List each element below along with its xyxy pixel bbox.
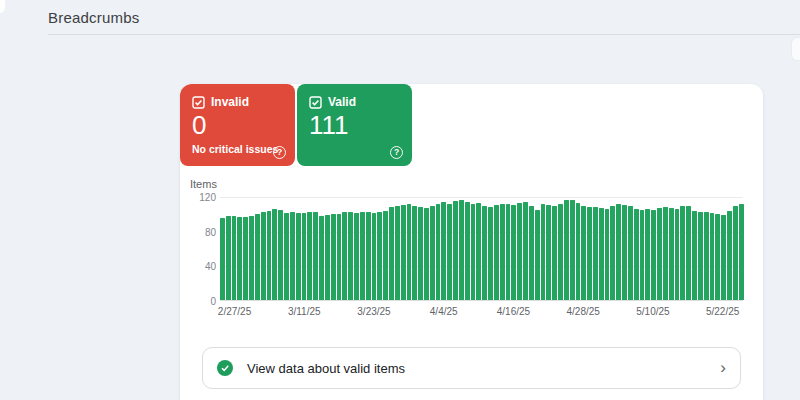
bar	[383, 211, 388, 300]
bar	[511, 205, 516, 300]
bar	[628, 206, 633, 300]
bar	[272, 209, 277, 300]
x-tick-label: 4/4/25	[430, 306, 458, 317]
x-axis-labels: 2/27/253/11/253/23/254/4/254/16/254/28/2…	[220, 306, 743, 322]
y-tick-label: 120	[199, 192, 216, 203]
chart-plot-area: 12080400	[220, 197, 743, 301]
bar	[237, 217, 242, 300]
invalid-label: Invalid	[211, 95, 249, 109]
checkbox-checked-icon[interactable]	[309, 96, 322, 109]
bar	[523, 202, 528, 300]
bar	[704, 212, 709, 300]
bar	[640, 210, 645, 300]
bar	[692, 211, 697, 300]
x-tick-label: 3/11/25	[288, 306, 321, 317]
bar	[319, 216, 324, 300]
bar	[541, 204, 546, 300]
x-tick-label: 3/23/25	[357, 306, 390, 317]
bar	[366, 212, 371, 300]
bar	[418, 207, 423, 300]
bar	[453, 201, 458, 300]
invalid-card[interactable]: Invalid 0 No critical issues ?	[180, 84, 295, 166]
bar	[622, 205, 627, 300]
bar	[570, 200, 575, 300]
bar	[430, 206, 435, 300]
valid-count: 111	[309, 111, 400, 140]
bar-series	[220, 197, 743, 300]
bar	[471, 204, 476, 300]
bar	[616, 204, 621, 300]
bar	[494, 205, 499, 300]
x-tick-label: 4/28/25	[567, 306, 600, 317]
x-axis-line	[220, 300, 743, 301]
y-tick-label: 0	[210, 296, 216, 307]
bar	[441, 202, 446, 300]
bar	[721, 215, 726, 300]
bar	[465, 202, 470, 300]
bar	[354, 213, 359, 300]
bar	[651, 210, 656, 300]
bar	[500, 204, 505, 300]
help-icon[interactable]: ?	[390, 146, 403, 159]
sidebar-corner	[0, 0, 5, 13]
report-panel: Invalid 0 No critical issues ? Valid 111…	[180, 84, 763, 400]
bar	[576, 203, 581, 300]
bar	[407, 204, 412, 300]
bar	[517, 203, 522, 300]
view-valid-items-row[interactable]: View data about valid items ›	[202, 347, 741, 389]
bar	[249, 216, 254, 300]
bar	[255, 214, 260, 300]
checkbox-checked-icon[interactable]	[192, 96, 205, 109]
bar	[401, 205, 406, 300]
bar	[675, 209, 680, 300]
bar	[348, 212, 353, 300]
bar	[243, 217, 248, 300]
invalid-note: No critical issues	[192, 143, 283, 155]
bar	[698, 212, 703, 300]
bar	[337, 214, 342, 300]
scrollbar-thumb[interactable]	[792, 38, 800, 60]
bar	[284, 213, 289, 300]
bar	[313, 212, 318, 300]
bar	[535, 210, 540, 300]
bar	[663, 207, 668, 300]
valid-check-icon	[217, 360, 233, 376]
bar	[739, 204, 744, 300]
x-tick-label: 5/10/25	[636, 306, 669, 317]
bar	[546, 205, 551, 300]
bar	[267, 211, 272, 300]
bar	[307, 212, 312, 300]
bar	[529, 206, 534, 300]
bar	[395, 206, 400, 300]
chart-y-axis-title: Items	[190, 178, 743, 190]
bar	[599, 208, 604, 300]
bar	[610, 206, 615, 300]
bar	[459, 200, 464, 300]
bar	[727, 211, 732, 300]
bar	[558, 204, 563, 300]
bar	[605, 209, 610, 300]
bar	[424, 208, 429, 300]
bar	[325, 215, 330, 300]
bar	[232, 216, 237, 300]
bar	[686, 206, 691, 300]
valid-card[interactable]: Valid 111 ?	[297, 84, 412, 166]
bar	[587, 207, 592, 300]
help-icon[interactable]: ?	[273, 146, 286, 159]
x-tick-label: 5/22/25	[706, 306, 739, 317]
y-tick-label: 40	[205, 261, 216, 272]
x-tick-label: 2/27/25	[218, 306, 251, 317]
bar	[733, 206, 738, 300]
bar	[360, 212, 365, 300]
invalid-count: 0	[192, 111, 283, 140]
bar	[657, 208, 662, 300]
bar	[552, 206, 557, 300]
header-divider	[48, 34, 800, 35]
bar	[261, 212, 266, 300]
bar	[482, 206, 487, 300]
bar	[226, 216, 231, 300]
bar	[476, 203, 481, 300]
view-row-label: View data about valid items	[247, 361, 405, 376]
bar	[447, 204, 452, 300]
chevron-right-icon[interactable]: ›	[720, 359, 726, 378]
